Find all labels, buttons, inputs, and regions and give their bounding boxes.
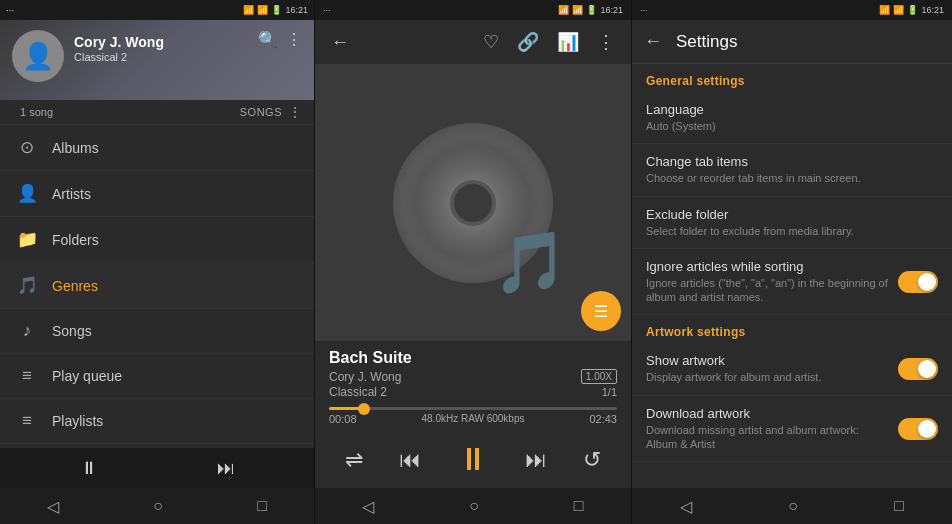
download-artwork-desc: Download missing artist and album artwor… [646, 423, 890, 452]
show-artwork-toggle[interactable] [898, 358, 938, 380]
sidebar-item-play-queue[interactable]: ≡ Play queue [0, 354, 314, 399]
progress-bar[interactable] [329, 407, 617, 410]
player-square-icon[interactable]: □ [574, 497, 584, 515]
playlists-icon: ≡ [16, 411, 38, 431]
songs-tab-label: SONGS [240, 106, 282, 118]
nav-time: 16:21 [285, 5, 308, 15]
more-options-icon[interactable]: ⋮ [593, 27, 619, 57]
folders-label: Folders [52, 232, 99, 248]
change-tab-desc: Choose or reorder tab items in main scre… [646, 171, 938, 185]
more-icon[interactable]: ⋮ [286, 30, 302, 49]
language-desc: Auto (System) [646, 119, 938, 133]
next-track-button[interactable]: ⏭ [521, 443, 551, 477]
playlist-view-button[interactable]: ☰ [581, 291, 621, 331]
albums-label: Albums [52, 140, 99, 156]
nav-status-bar: ··· 📶 📶 🔋 16:21 [0, 0, 314, 20]
download-artwork-toggle[interactable] [898, 418, 938, 440]
player-home-icon[interactable]: ○ [469, 497, 479, 515]
show-artwork-desc: Display artwork for album and artist. [646, 370, 890, 384]
show-artwork-title: Show artwork [646, 353, 890, 368]
player-battery-icon: 🔋 [586, 5, 597, 15]
avatar-icon: 👤 [22, 41, 54, 72]
player-panel: ··· 📶 📶 🔋 16:21 ← ♡ 🔗 📊 ⋮ 🎵 ☰ Bac [315, 0, 632, 524]
shuffle-button[interactable]: ⇌ [341, 443, 367, 477]
sidebar-item-songs[interactable]: ♪ Songs [0, 309, 314, 354]
settings-item-change-tab[interactable]: Change tab items Choose or reorder tab i… [632, 144, 952, 196]
artists-icon: 👤 [16, 183, 38, 204]
play-queue-icon: ≡ [16, 366, 38, 386]
songs-count: 1 song [20, 106, 53, 118]
battery-icon: 🔋 [271, 5, 282, 15]
search-icon[interactable]: 🔍 [258, 30, 278, 49]
pause-button[interactable]: ⏸ [80, 458, 98, 479]
download-artwork-title: Download artwork [646, 406, 890, 421]
settings-status-icons: 📶 📶 🔋 16:21 [879, 5, 944, 15]
sidebar-item-folders[interactable]: 📁 Folders [0, 217, 314, 263]
songs-more-icon[interactable]: ⋮ [288, 104, 302, 120]
genres-icon: 🎵 [16, 275, 38, 296]
player-status-bar: ··· 📶 📶 🔋 16:21 [315, 0, 631, 20]
settings-item-exclude-folder[interactable]: Exclude folder Select folder to exclude … [632, 197, 952, 249]
settings-item-download-artwork[interactable]: Download artwork Download missing artist… [632, 396, 952, 463]
settings-item-show-artwork[interactable]: Show artwork Display artwork for album a… [632, 343, 952, 395]
bars-icon[interactable]: 📊 [553, 27, 583, 57]
settings-body: General settings Language Auto (System) … [632, 64, 952, 488]
sidebar-item-albums[interactable]: ⊙ Albums [0, 125, 314, 171]
genres-label: Genres [52, 278, 98, 294]
play-queue-label: Play queue [52, 368, 122, 384]
disc-center [451, 181, 495, 225]
user-info: Cory J. Wong Classical 2 [74, 34, 164, 63]
player-status-icons: 📶 📶 🔋 16:21 [558, 5, 623, 15]
player-top-bar: ← ♡ 🔗 📊 ⋮ [315, 20, 631, 64]
song-title: Bach Suite [329, 349, 617, 367]
settings-title: Settings [676, 32, 737, 52]
album-art-area: 🎵 ☰ [315, 64, 631, 341]
folders-icon: 📁 [16, 229, 38, 250]
settings-wifi-icon: 📶 [879, 5, 890, 15]
settings-home-icon[interactable]: ○ [788, 497, 798, 515]
settings-back-nav-icon[interactable]: ◁ [680, 497, 692, 516]
speed-badge[interactable]: 1.00X [581, 369, 617, 384]
ignore-articles-toggle[interactable] [898, 271, 938, 293]
sidebar-item-artists[interactable]: 👤 Artists [0, 171, 314, 217]
username: Cory J. Wong [74, 34, 164, 50]
language-title: Language [646, 102, 938, 117]
controls-row: ⇌ ⏮ ⏸ ⏭ ↺ [315, 429, 631, 488]
playlists-label: Playlists [52, 413, 103, 429]
prev-button[interactable]: ⏮ [395, 443, 425, 477]
heart-icon[interactable]: ♡ [479, 27, 503, 57]
nav-bottom-nav: ◁ ○ □ [0, 488, 314, 524]
settings-top-bar: ← Settings [632, 20, 952, 64]
settings-battery-icon: 🔋 [907, 5, 918, 15]
settings-item-ignore-articles[interactable]: Ignore articles while sorting Ignore art… [632, 249, 952, 316]
change-tab-title: Change tab items [646, 154, 938, 169]
ignore-articles-title: Ignore articles while sorting [646, 259, 890, 274]
player-back-button[interactable]: ← [327, 28, 353, 57]
nav-panel: ··· 📶 📶 🔋 16:21 👤 Cory J. Wong Classical… [0, 0, 315, 524]
sidebar-item-genres[interactable]: 🎵 Genres [0, 263, 314, 309]
player-signal-icon: 📶 [572, 5, 583, 15]
settings-item-language[interactable]: Language Auto (System) [632, 92, 952, 144]
play-pause-button[interactable]: ⏸ [453, 437, 493, 482]
sidebar-item-playlists[interactable]: ≡ Playlists [0, 399, 314, 444]
toggle-knob [918, 360, 936, 378]
nav-home-icon[interactable]: ○ [153, 497, 163, 515]
repeat-button[interactable]: ↺ [579, 443, 605, 477]
next-button[interactable]: ⏭ [217, 458, 235, 479]
nav-square-icon[interactable]: □ [257, 497, 267, 515]
nav-back-icon[interactable]: ◁ [47, 497, 59, 516]
settings-square-icon[interactable]: □ [894, 497, 904, 515]
player-time: 16:21 [600, 5, 623, 15]
nav-header: 👤 Cory J. Wong Classical 2 🔍 ⋮ [0, 20, 314, 100]
songs-icon: ♪ [16, 321, 38, 341]
progress-area: 00:08 48.0kHz RAW 600kbps 02:43 [315, 403, 631, 429]
album-name: Classical 2 [329, 385, 387, 399]
settings-back-button[interactable]: ← [644, 31, 662, 52]
player-status-dots: ··· [323, 5, 331, 15]
toggle-knob [918, 273, 936, 291]
share-icon[interactable]: 🔗 [513, 27, 543, 57]
player-back-nav-icon[interactable]: ◁ [362, 497, 374, 516]
progress-thumb[interactable] [358, 403, 370, 415]
settings-bottom-nav: ◁ ○ □ [632, 488, 952, 524]
settings-status-dots: ··· [640, 5, 648, 15]
